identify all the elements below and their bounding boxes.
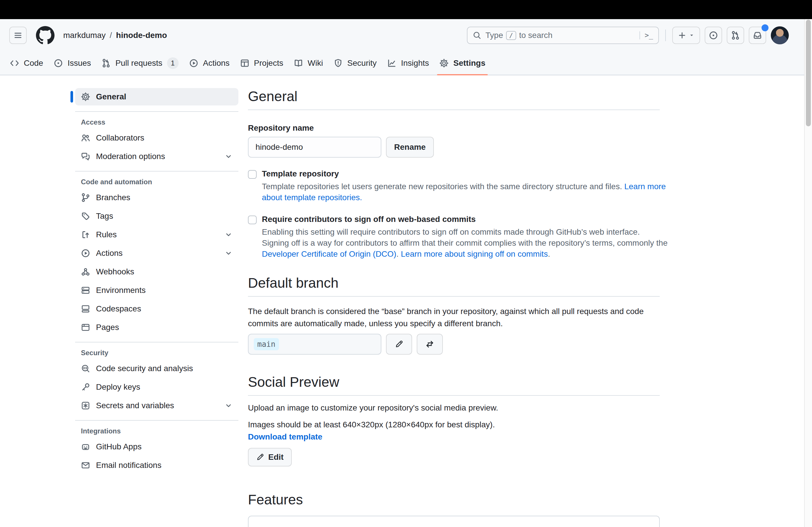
sidebar-item-general[interactable]: General	[75, 88, 238, 105]
github-logo-icon[interactable]	[36, 26, 55, 45]
breadcrumb-separator: /	[110, 31, 112, 40]
sidebar-item-label: Environments	[96, 286, 146, 295]
sidebar-item-secrets-variables[interactable]: Secrets and variables	[75, 397, 238, 414]
sidebar-item-label: Secrets and variables	[96, 401, 174, 410]
tab-label: Insights	[401, 59, 429, 68]
branch-name-token: main	[254, 338, 279, 350]
mail-icon	[81, 461, 90, 470]
issue-opened-icon	[709, 31, 718, 40]
tab-label: Security	[347, 59, 377, 68]
signoff-description: Enabling this setting will require contr…	[262, 227, 668, 260]
template-repository-description: Template repositories let users generate…	[262, 181, 668, 203]
tab-actions[interactable]: Actions	[184, 51, 235, 75]
template-repository-label: Template repository	[262, 169, 339, 179]
issues-dashboard-button[interactable]	[705, 27, 722, 44]
global-search-input[interactable]: Type / to search >_	[467, 27, 659, 44]
dco-link[interactable]: Developer Certificate of Origin (DCO)	[262, 250, 396, 258]
template-repository-setting: Template repository	[248, 169, 660, 179]
signoff-checkbox[interactable]	[248, 215, 257, 224]
sidebar-item-actions[interactable]: Actions	[75, 244, 238, 262]
edit-social-preview-button[interactable]: Edit	[248, 448, 292, 466]
create-new-button[interactable]	[672, 27, 700, 44]
default-branch-title: Default branch	[248, 275, 660, 291]
repository-name-input[interactable]	[248, 137, 381, 157]
sidebar-item-moderation-options[interactable]: Moderation options	[75, 148, 238, 165]
search-placeholder-suffix: to search	[519, 31, 552, 40]
three-bars-icon	[14, 31, 22, 40]
tab-issues[interactable]: Issues	[48, 51, 96, 75]
sidebar-item-codespaces[interactable]: Codespaces	[75, 300, 238, 318]
sidebar-item-deploy-keys[interactable]: Deploy keys	[75, 378, 238, 396]
sidebar-item-tags[interactable]: Tags	[75, 208, 238, 225]
git-pull-request-icon	[731, 31, 740, 40]
pencil-icon	[256, 453, 264, 461]
sidebar-item-pages[interactable]: Pages	[75, 319, 238, 336]
signoff-learn-more-link[interactable]: Learn more about signing off on commits	[401, 250, 548, 258]
sidebar-item-rules[interactable]: Rules	[75, 226, 238, 243]
scrollbar-thumb[interactable]	[806, 20, 811, 126]
tab-pull-requests[interactable]: Pull requests 1	[96, 51, 184, 75]
settings-main: General Repository name Rename Template …	[248, 88, 660, 527]
rename-button[interactable]: Rename	[386, 137, 434, 157]
sidebar-section-access: Access	[81, 118, 238, 126]
tab-security[interactable]: Security	[328, 51, 382, 75]
settings-sidebar: General Access Collaborators Moderation …	[71, 88, 238, 475]
sidebar-item-code-security[interactable]: Code security and analysis	[75, 360, 238, 377]
tab-label: Issues	[68, 59, 91, 68]
sidebar-item-label: Collaborators	[96, 133, 144, 142]
header-divider	[665, 30, 666, 41]
sidebar-item-label: Codespaces	[96, 304, 141, 314]
unread-notification-dot	[762, 24, 768, 31]
tab-projects[interactable]: Projects	[235, 51, 289, 75]
table-icon	[240, 59, 249, 68]
git-branch-icon	[81, 193, 90, 202]
sidebar-divider	[75, 111, 238, 112]
pull-requests-dashboard-button[interactable]	[727, 27, 744, 44]
sidebar-item-webhooks[interactable]: Webhooks	[75, 263, 238, 281]
page-scrollbar[interactable]	[804, 19, 812, 527]
breadcrumb-owner-link[interactable]: markdumay	[63, 31, 105, 40]
play-icon	[189, 59, 198, 68]
page-title: General	[248, 88, 660, 105]
rename-branch-button[interactable]	[386, 334, 412, 355]
play-icon	[81, 249, 90, 258]
section-divider	[248, 109, 660, 110]
repository-name-label: Repository name	[248, 123, 660, 133]
sidebar-divider	[75, 342, 238, 343]
switch-branch-button[interactable]	[417, 334, 443, 355]
hubot-icon	[81, 442, 90, 451]
chevron-down-icon	[224, 249, 233, 257]
tab-settings[interactable]: Settings	[434, 51, 490, 75]
arrow-switch-icon	[425, 340, 434, 348]
hamburger-menu-button[interactable]	[9, 27, 27, 44]
sidebar-section-security: Security	[81, 349, 238, 357]
edit-button-label: Edit	[268, 453, 284, 462]
template-repository-checkbox[interactable]	[248, 170, 257, 179]
asterisk-icon	[81, 401, 90, 410]
download-template-link[interactable]: Download template	[248, 432, 322, 441]
tab-label: Actions	[203, 59, 230, 68]
tag-icon	[81, 211, 90, 221]
sidebar-item-environments[interactable]: Environments	[75, 282, 238, 299]
sidebar-item-email-notifications[interactable]: Email notifications	[75, 456, 238, 474]
plus-icon	[678, 31, 686, 40]
tab-label: Projects	[254, 59, 283, 68]
sidebar-item-collaborators[interactable]: Collaborators	[75, 129, 238, 147]
rules-icon	[81, 230, 90, 239]
tab-label: Wiki	[308, 59, 323, 68]
tab-wiki[interactable]: Wiki	[289, 51, 328, 75]
code-icon	[10, 59, 19, 68]
sidebar-item-label: Pages	[96, 323, 119, 332]
tab-label: Code	[24, 59, 43, 68]
user-avatar[interactable]	[771, 26, 789, 44]
server-icon	[81, 286, 90, 295]
tab-insights[interactable]: Insights	[382, 51, 434, 75]
breadcrumb-repo-link[interactable]: hinode-demo	[116, 31, 167, 40]
sidebar-item-label: Moderation options	[96, 152, 165, 161]
sidebar-item-branches[interactable]: Branches	[75, 189, 238, 206]
command-palette-icon[interactable]: >_	[639, 31, 653, 40]
sidebar-item-label: Webhooks	[96, 267, 134, 276]
sidebar-item-github-apps[interactable]: GitHub Apps	[75, 438, 238, 455]
global-nav: markdumay / hinode-demo Type / to search…	[0, 19, 812, 51]
tab-code[interactable]: Code	[5, 51, 48, 75]
